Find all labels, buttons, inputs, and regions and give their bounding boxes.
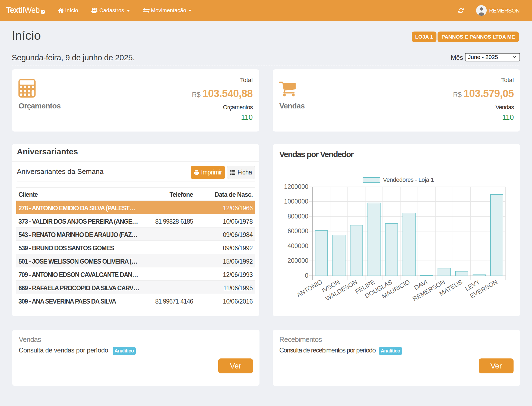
svg-text:1200000: 1200000	[284, 183, 308, 190]
svg-text:1000000: 1000000	[284, 198, 308, 205]
svg-text:200000: 200000	[287, 257, 308, 264]
svg-text:Vendedores - Loja 1: Vendedores - Loja 1	[383, 176, 434, 183]
svg-text:600000: 600000	[287, 227, 308, 235]
svg-text:0: 0	[305, 272, 308, 279]
svg-text:400000: 400000	[287, 242, 308, 249]
svg-text:800000: 800000	[287, 213, 308, 220]
svg-text:ANTONIO: ANTONIO	[295, 278, 323, 299]
